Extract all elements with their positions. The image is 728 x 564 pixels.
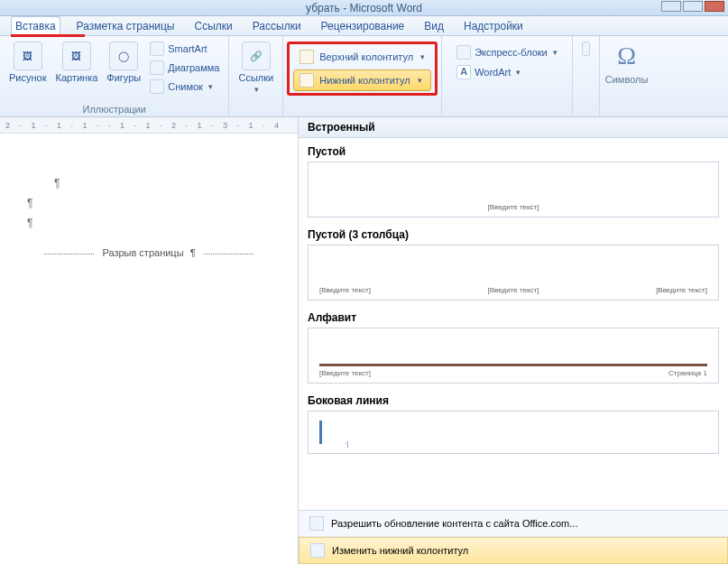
links-label: Ссылки xyxy=(238,72,273,83)
title-bar: убрать - Microsoft Word xyxy=(0,0,728,16)
ribbon: 🖼 Рисунок 🖼 Картинка ◯ Фигуры SmartArt Д… xyxy=(0,36,728,117)
footer-label: Нижний колонтитул xyxy=(319,75,410,86)
smartart-button[interactable]: SmartArt xyxy=(146,40,223,58)
divider-line xyxy=(319,364,707,366)
page-break-indicator: Разрыв страницы ¶ xyxy=(27,247,271,258)
gallery-preview: [Введите текст] xyxy=(308,162,719,217)
allow-update-label: Разрешить обновление контента с сайта Of… xyxy=(331,518,577,529)
maximize-button[interactable] xyxy=(683,1,703,12)
clipart-button[interactable]: 🖼 Картинка xyxy=(52,40,102,96)
group-symbols: Ω Символы xyxy=(600,36,654,116)
symbol-button[interactable]: Ω xyxy=(613,40,640,72)
cursor-indicator: ·| xyxy=(345,439,348,448)
smartart-label: SmartArt xyxy=(168,43,207,54)
dropcap-button[interactable] xyxy=(578,40,594,58)
header-icon xyxy=(299,50,314,64)
window-title: убрать - Microsoft Word xyxy=(306,2,422,14)
placeholder-text: [Введите текст] xyxy=(319,286,371,294)
placeholder-text: [Введите текст] xyxy=(656,286,707,294)
screenshot-icon xyxy=(150,79,164,94)
clipart-label: Картинка xyxy=(56,72,98,83)
ribbon-tabs: Вставка Разметка страницы Ссылки Рассылк… xyxy=(0,16,728,36)
annotation-red-box: Верхний колонтитул ▾ Нижний колонтитул ▾ xyxy=(287,42,438,96)
chevron-down-icon: ▾ xyxy=(418,76,422,85)
placeholder-text: [Введите текст] xyxy=(488,203,539,211)
side-bar xyxy=(319,421,322,444)
paragraph-mark: ¶ xyxy=(27,217,271,229)
edit-footer[interactable]: Изменить нижний колонтитул xyxy=(299,537,728,564)
picture-button[interactable]: 🖼 Рисунок xyxy=(5,40,51,96)
horizontal-ruler[interactable]: 2 · 1 · 1 · 1 · · 1 · 1 · 2 · 1 · 3 · 1 … xyxy=(0,117,298,134)
group-text-extra xyxy=(573,36,600,116)
office-icon xyxy=(309,516,324,531)
close-button[interactable] xyxy=(705,1,724,12)
paragraph-mark: ¶ xyxy=(190,247,196,258)
group-header-footer: Верхний колонтитул ▾ Нижний колонтитул ▾ xyxy=(283,36,442,116)
gallery-item-title: Боковая линия xyxy=(308,391,719,411)
tab-insert[interactable]: Вставка xyxy=(11,16,60,36)
placeholder-text: [Введите текст] xyxy=(319,369,371,377)
gallery-item-title: Алфавит xyxy=(308,308,719,328)
gallery-preview: [Введите текст] [Введите текст] [Введите… xyxy=(308,245,719,300)
gallery-item-alphabet[interactable]: Алфавит [Введите текст] Страница 1 xyxy=(308,308,719,384)
tab-addins[interactable]: Надстройки xyxy=(460,17,527,35)
chevron-down-icon: ▾ xyxy=(254,85,259,94)
picture-label: Рисунок xyxy=(9,72,47,83)
group-symbols-label: Символы xyxy=(605,72,649,85)
screenshot-button[interactable]: Снимок ▾ xyxy=(146,78,223,96)
gallery-preview: ·| xyxy=(308,411,719,454)
page-number: Страница 1 xyxy=(668,369,707,377)
annotation-underline xyxy=(11,34,85,37)
omega-icon: Ω xyxy=(617,42,636,70)
chart-button[interactable]: Диаграмма xyxy=(146,59,223,77)
dropcap-icon xyxy=(582,42,590,56)
gallery-item-blank3[interactable]: Пустой (3 столбца) [Введите текст] [Введ… xyxy=(308,225,719,300)
quickparts-icon xyxy=(456,45,471,60)
tab-references[interactable]: Ссылки xyxy=(190,17,235,35)
paragraph-mark: ¶ xyxy=(54,177,271,190)
links-icon: 🔗 xyxy=(242,42,271,70)
tab-review[interactable]: Рецензирование xyxy=(318,17,409,35)
chevron-down-icon: ▾ xyxy=(553,48,558,57)
shapes-icon: ◯ xyxy=(109,42,138,70)
group-links: 🔗 Ссылки ▾ xyxy=(229,36,283,116)
page-break-label: Разрыв страницы xyxy=(102,247,183,258)
chevron-down-icon: ▾ xyxy=(208,82,213,91)
tab-view[interactable]: Вид xyxy=(420,17,447,35)
smartart-icon xyxy=(150,42,164,56)
gallery-item-title: Пустой xyxy=(308,142,719,162)
gallery-item-blank[interactable]: Пустой [Введите текст] xyxy=(308,142,719,217)
tab-mailings[interactable]: Рассылки xyxy=(249,17,305,35)
document-page[interactable]: ¶ ¶ ¶ Разрыв страницы ¶ xyxy=(0,134,298,312)
header-button[interactable]: Верхний колонтитул ▾ xyxy=(293,46,431,68)
gallery-section-header: Встроенный xyxy=(299,117,728,138)
gallery-footer: Разрешить обновление контента с сайта Of… xyxy=(299,510,728,564)
minimize-button[interactable] xyxy=(661,1,681,12)
footer-icon xyxy=(299,73,314,88)
document-area: 2 · 1 · 1 · 1 · · 1 · 1 · 2 · 1 · 3 · 1 … xyxy=(0,117,298,564)
chevron-down-icon: ▾ xyxy=(516,68,521,77)
wordart-icon: A xyxy=(456,65,471,79)
footer-gallery: Встроенный Пустой [Введите текст] Пустой… xyxy=(298,117,728,564)
allow-office-update[interactable]: Разрешить обновление контента с сайта Of… xyxy=(299,511,728,537)
chart-label: Диаграмма xyxy=(168,62,219,73)
wordart-button[interactable]: A WordArt ▾ xyxy=(453,63,561,81)
header-label: Верхний колонтитул xyxy=(319,51,413,62)
group-illustrations-label: Иллюстрации xyxy=(5,102,223,115)
group-illustrations: 🖼 Рисунок 🖼 Картинка ◯ Фигуры SmartArt Д… xyxy=(0,36,229,116)
quickparts-label: Экспресс-блоки xyxy=(475,47,548,58)
shapes-button[interactable]: ◯ Фигуры xyxy=(103,40,144,96)
window-buttons xyxy=(661,1,724,12)
gallery-item-sideline[interactable]: Боковая линия ·| xyxy=(308,391,719,454)
tab-page-layout[interactable]: Разметка страницы xyxy=(73,17,179,35)
group-text: Экспресс-блоки ▾ A WordArt ▾ xyxy=(442,36,573,116)
paragraph-mark: ¶ xyxy=(27,197,271,209)
clipart-icon: 🖼 xyxy=(62,42,91,70)
picture-icon: 🖼 xyxy=(14,42,42,70)
gallery-body[interactable]: Пустой [Введите текст] Пустой (3 столбца… xyxy=(299,138,728,510)
footer-button[interactable]: Нижний колонтитул ▾ xyxy=(293,69,431,91)
quickparts-button[interactable]: Экспресс-блоки ▾ xyxy=(453,43,561,61)
links-button[interactable]: 🔗 Ссылки ▾ xyxy=(235,40,277,96)
wordart-label: WordArt xyxy=(475,67,511,78)
chart-icon xyxy=(150,60,164,75)
